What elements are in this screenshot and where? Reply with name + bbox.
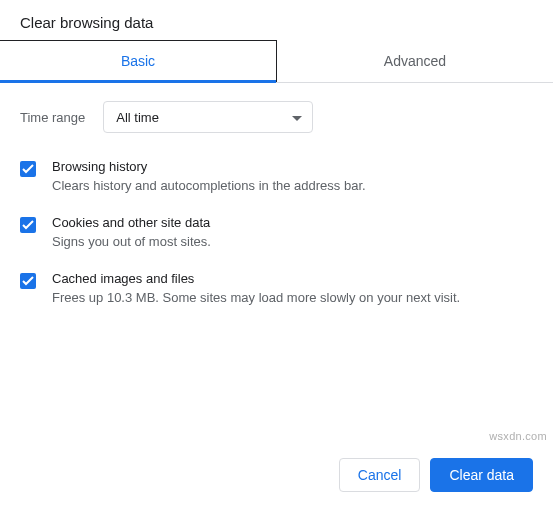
option-text: Cookies and other site data Signs you ou… (52, 215, 211, 249)
option-title: Cached images and files (52, 271, 460, 286)
option-cookies: Cookies and other site data Signs you ou… (20, 215, 533, 249)
checkbox-browsing-history[interactable] (20, 161, 36, 177)
option-desc: Signs you out of most sites. (52, 234, 211, 249)
option-desc: Clears history and autocompletions in th… (52, 178, 366, 193)
check-icon (22, 164, 34, 174)
tab-basic[interactable]: Basic (0, 40, 277, 82)
tab-advanced[interactable]: Advanced (277, 41, 553, 82)
dialog-title: Clear browsing data (0, 0, 553, 41)
dialog-footer: Cancel Clear data (339, 458, 533, 492)
time-range-label: Time range (20, 110, 85, 125)
chevron-down-icon (292, 110, 302, 125)
cancel-button[interactable]: Cancel (339, 458, 421, 492)
tab-basic-label: Basic (121, 53, 155, 69)
time-range-row: Time range All time (20, 101, 533, 133)
option-text: Cached images and files Frees up 10.3 MB… (52, 271, 460, 305)
option-browsing-history: Browsing history Clears history and auto… (20, 159, 533, 193)
tab-advanced-label: Advanced (384, 53, 446, 69)
clear-data-button[interactable]: Clear data (430, 458, 533, 492)
option-cache: Cached images and files Frees up 10.3 MB… (20, 271, 533, 305)
checkbox-cookies[interactable] (20, 217, 36, 233)
checkbox-cache[interactable] (20, 273, 36, 289)
check-icon (22, 220, 34, 230)
option-title: Browsing history (52, 159, 366, 174)
tabs: Basic Advanced (0, 41, 553, 83)
time-range-select[interactable]: All time (103, 101, 313, 133)
option-desc: Frees up 10.3 MB. Some sites may load mo… (52, 290, 460, 305)
clear-data-button-label: Clear data (449, 467, 514, 483)
dialog-body: Time range All time Browsing history Cle… (0, 83, 553, 305)
option-text: Browsing history Clears history and auto… (52, 159, 366, 193)
time-range-value: All time (116, 110, 159, 125)
clear-browsing-data-dialog: Clear browsing data Basic Advanced Time … (0, 0, 553, 512)
check-icon (22, 276, 34, 286)
option-title: Cookies and other site data (52, 215, 211, 230)
cancel-button-label: Cancel (358, 467, 402, 483)
watermark: wsxdn.com (489, 430, 547, 442)
